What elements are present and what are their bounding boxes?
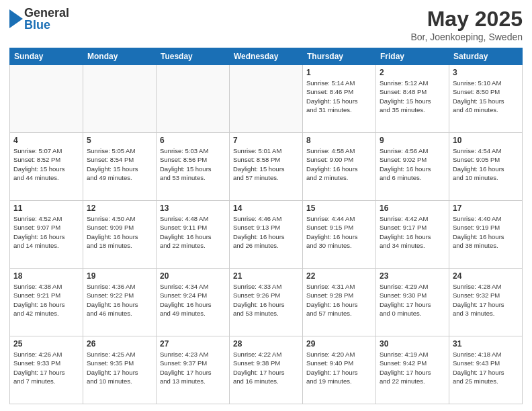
- day-info: Sunrise: 5:12 AM Sunset: 8:48 PM Dayligh…: [380, 79, 445, 114]
- day-number: 8: [306, 136, 372, 145]
- weekday-header-row: SundayMondayTuesdayWednesdayThursdayFrid…: [10, 48, 523, 65]
- calendar-cell: [157, 65, 230, 133]
- day-number: 7: [233, 136, 299, 145]
- day-number: 17: [453, 203, 519, 213]
- day-info: Sunrise: 4:44 AM Sunset: 9:15 PM Dayligh…: [306, 214, 372, 250]
- day-info: Sunrise: 4:54 AM Sunset: 9:05 PM Dayligh…: [453, 146, 519, 182]
- calendar-cell: 8Sunrise: 4:58 AM Sunset: 9:00 PM Daylig…: [303, 133, 376, 201]
- day-number: 13: [160, 203, 226, 213]
- day-number: 16: [380, 203, 445, 213]
- day-number: 28: [233, 339, 299, 349]
- day-info: Sunrise: 4:18 AM Sunset: 9:43 PM Dayligh…: [453, 350, 519, 385]
- day-info: Sunrise: 4:22 AM Sunset: 9:38 PM Dayligh…: [233, 350, 299, 385]
- day-number: 29: [306, 339, 372, 349]
- calendar-cell: 28Sunrise: 4:22 AM Sunset: 9:38 PM Dayli…: [230, 336, 303, 404]
- calendar-cell: 9Sunrise: 4:56 AM Sunset: 9:02 PM Daylig…: [376, 133, 449, 201]
- day-number: 24: [453, 271, 519, 281]
- day-number: 31: [453, 339, 519, 349]
- day-info: Sunrise: 4:58 AM Sunset: 9:00 PM Dayligh…: [306, 146, 372, 182]
- day-info: Sunrise: 4:46 AM Sunset: 9:13 PM Dayligh…: [233, 214, 299, 250]
- weekday-header-monday: Monday: [83, 48, 157, 65]
- calendar-cell: 4Sunrise: 5:07 AM Sunset: 8:52 PM Daylig…: [10, 133, 83, 201]
- day-number: 19: [87, 271, 152, 281]
- calendar-cell: 25Sunrise: 4:26 AM Sunset: 9:33 PM Dayli…: [10, 336, 83, 404]
- day-number: 6: [160, 136, 226, 145]
- day-info: Sunrise: 4:31 AM Sunset: 9:28 PM Dayligh…: [306, 282, 372, 318]
- day-info: Sunrise: 4:33 AM Sunset: 9:26 PM Dayligh…: [233, 282, 299, 318]
- logo-icon: [9, 9, 23, 28]
- day-info: Sunrise: 5:05 AM Sunset: 8:54 PM Dayligh…: [87, 146, 152, 182]
- day-info: Sunrise: 4:36 AM Sunset: 9:22 PM Dayligh…: [87, 282, 152, 318]
- day-info: Sunrise: 4:19 AM Sunset: 9:42 PM Dayligh…: [380, 350, 445, 385]
- weekday-header-wednesday: Wednesday: [230, 48, 303, 65]
- calendar-cell: 19Sunrise: 4:36 AM Sunset: 9:22 PM Dayli…: [83, 269, 157, 336]
- day-info: Sunrise: 4:48 AM Sunset: 9:11 PM Dayligh…: [160, 214, 226, 250]
- calendar-cell: 21Sunrise: 4:33 AM Sunset: 9:26 PM Dayli…: [230, 269, 303, 336]
- day-number: 22: [306, 271, 372, 281]
- calendar-cell: 11Sunrise: 4:52 AM Sunset: 9:07 PM Dayli…: [10, 201, 83, 269]
- logo: General Blue: [9, 7, 69, 31]
- calendar-cell: 27Sunrise: 4:23 AM Sunset: 9:37 PM Dayli…: [157, 336, 230, 404]
- calendar-cell: 20Sunrise: 4:34 AM Sunset: 9:24 PM Dayli…: [157, 269, 230, 336]
- logo-general: General: [24, 7, 69, 19]
- day-number: 14: [233, 203, 299, 213]
- day-number: 26: [87, 339, 152, 349]
- calendar-subtitle: Bor, Joenkoeping, Sweden: [410, 32, 523, 42]
- day-info: Sunrise: 4:28 AM Sunset: 9:32 PM Dayligh…: [453, 282, 519, 318]
- day-number: 27: [160, 339, 226, 349]
- logo-text: General Blue: [24, 7, 69, 31]
- calendar-cell: 6Sunrise: 5:03 AM Sunset: 8:56 PM Daylig…: [157, 133, 230, 201]
- day-info: Sunrise: 5:01 AM Sunset: 8:58 PM Dayligh…: [233, 146, 299, 182]
- week-row-5: 25Sunrise: 4:26 AM Sunset: 9:33 PM Dayli…: [10, 336, 523, 404]
- weekday-header-thursday: Thursday: [303, 48, 376, 65]
- day-info: Sunrise: 5:07 AM Sunset: 8:52 PM Dayligh…: [13, 146, 79, 182]
- day-info: Sunrise: 4:34 AM Sunset: 9:24 PM Dayligh…: [160, 282, 226, 318]
- calendar-cell: 12Sunrise: 4:50 AM Sunset: 9:09 PM Dayli…: [83, 201, 157, 269]
- calendar-cell: [83, 65, 157, 133]
- calendar-cell: 23Sunrise: 4:29 AM Sunset: 9:30 PM Dayli…: [376, 269, 449, 336]
- header: General Blue May 2025 Bor, Joenkoeping, …: [9, 7, 523, 42]
- day-number: 20: [160, 271, 226, 281]
- calendar-cell: 26Sunrise: 4:25 AM Sunset: 9:35 PM Dayli…: [83, 336, 157, 404]
- day-number: 11: [13, 203, 79, 213]
- calendar-cell: 5Sunrise: 5:05 AM Sunset: 8:54 PM Daylig…: [83, 133, 157, 201]
- calendar-cell: 30Sunrise: 4:19 AM Sunset: 9:42 PM Dayli…: [376, 336, 449, 404]
- calendar-cell: 7Sunrise: 5:01 AM Sunset: 8:58 PM Daylig…: [230, 133, 303, 201]
- title-block: May 2025 Bor, Joenkoeping, Sweden: [410, 7, 523, 42]
- day-info: Sunrise: 4:26 AM Sunset: 9:33 PM Dayligh…: [13, 350, 79, 385]
- day-info: Sunrise: 4:29 AM Sunset: 9:30 PM Dayligh…: [380, 282, 445, 318]
- day-number: 3: [453, 68, 519, 77]
- day-number: 4: [13, 136, 79, 145]
- day-info: Sunrise: 4:40 AM Sunset: 9:19 PM Dayligh…: [453, 214, 519, 250]
- week-row-3: 11Sunrise: 4:52 AM Sunset: 9:07 PM Dayli…: [10, 201, 523, 269]
- calendar-title: May 2025: [410, 7, 523, 32]
- page: General Blue May 2025 Bor, Joenkoeping, …: [0, 0, 532, 411]
- week-row-2: 4Sunrise: 5:07 AM Sunset: 8:52 PM Daylig…: [10, 133, 523, 201]
- calendar-cell: 24Sunrise: 4:28 AM Sunset: 9:32 PM Dayli…: [449, 269, 523, 336]
- calendar-cell: 13Sunrise: 4:48 AM Sunset: 9:11 PM Dayli…: [157, 201, 230, 269]
- weekday-header-sunday: Sunday: [10, 48, 83, 65]
- day-number: 21: [233, 271, 299, 281]
- day-number: 9: [380, 136, 445, 145]
- day-info: Sunrise: 5:10 AM Sunset: 8:50 PM Dayligh…: [453, 79, 519, 114]
- calendar-cell: 31Sunrise: 4:18 AM Sunset: 9:43 PM Dayli…: [449, 336, 523, 404]
- logo-blue: Blue: [24, 19, 69, 31]
- weekday-header-friday: Friday: [376, 48, 449, 65]
- day-info: Sunrise: 4:50 AM Sunset: 9:09 PM Dayligh…: [87, 214, 152, 250]
- svg-marker-0: [9, 9, 23, 28]
- day-number: 1: [306, 68, 372, 77]
- day-number: 12: [87, 203, 152, 213]
- calendar-cell: 15Sunrise: 4:44 AM Sunset: 9:15 PM Dayli…: [303, 201, 376, 269]
- weekday-header-saturday: Saturday: [449, 48, 523, 65]
- calendar-table: SundayMondayTuesdayWednesdayThursdayFrid…: [9, 48, 523, 404]
- day-number: 30: [380, 339, 445, 349]
- day-number: 18: [13, 271, 79, 281]
- calendar-cell: 17Sunrise: 4:40 AM Sunset: 9:19 PM Dayli…: [449, 201, 523, 269]
- calendar-cell: [10, 65, 83, 133]
- calendar-cell: 16Sunrise: 4:42 AM Sunset: 9:17 PM Dayli…: [376, 201, 449, 269]
- calendar-cell: 10Sunrise: 4:54 AM Sunset: 9:05 PM Dayli…: [449, 133, 523, 201]
- calendar-cell: 2Sunrise: 5:12 AM Sunset: 8:48 PM Daylig…: [376, 65, 449, 133]
- day-info: Sunrise: 5:03 AM Sunset: 8:56 PM Dayligh…: [160, 146, 226, 182]
- calendar-cell: [230, 65, 303, 133]
- day-info: Sunrise: 4:25 AM Sunset: 9:35 PM Dayligh…: [87, 350, 152, 385]
